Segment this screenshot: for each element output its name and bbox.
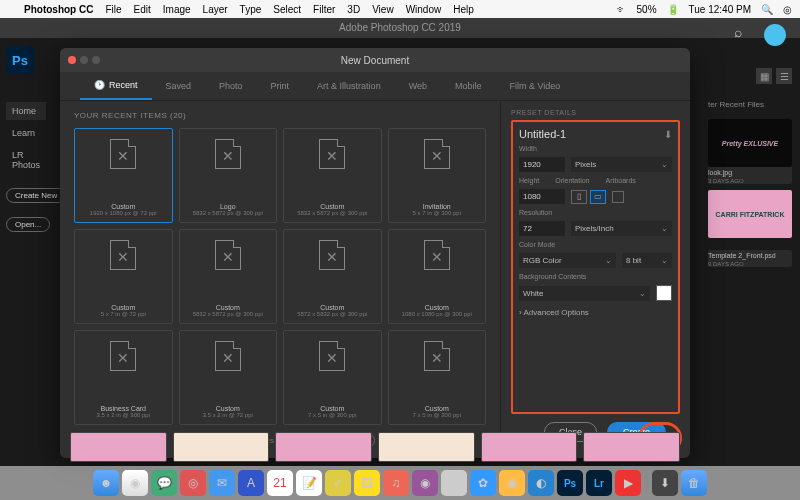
clock[interactable]: Tue 12:40 PM <box>689 4 751 15</box>
preset-item[interactable]: ✕Custom5832 x 5872 px @ 300 ppi <box>179 229 278 324</box>
tab-recent[interactable]: 🕑Recent <box>80 72 152 100</box>
recent-file[interactable]: CARRI FITZPATRICK <box>708 190 792 238</box>
nav-learn[interactable]: Learn <box>6 124 46 142</box>
downloads-icon[interactable]: ⬇ <box>652 470 678 496</box>
recent-file[interactable]: Pretty EXLUSIVE look.jpg 3 DAYS AGO <box>708 119 792 184</box>
bg-color-swatch[interactable] <box>656 285 672 301</box>
save-preset-icon[interactable]: ⬇ <box>664 129 672 140</box>
document-icon: ✕ <box>110 240 136 270</box>
menu-type[interactable]: Type <box>240 4 262 15</box>
color-mode-select[interactable]: RGB Color⌄ <box>519 253 616 268</box>
trash-icon[interactable]: 🗑 <box>681 470 707 496</box>
advanced-options-toggle[interactable]: › Advanced Options <box>519 308 672 317</box>
tab-saved[interactable]: Saved <box>152 72 206 100</box>
thumb[interactable] <box>70 432 167 462</box>
tab-photo[interactable]: Photo <box>205 72 257 100</box>
app-icon[interactable]: ◉ <box>499 470 525 496</box>
app-icon[interactable]: ▶ <box>615 470 641 496</box>
menu-filter[interactable]: Filter <box>313 4 335 15</box>
preview-icon[interactable]: 🖼 <box>354 470 380 496</box>
reminders-icon[interactable]: ✓ <box>325 470 351 496</box>
finder-icon[interactable]: ☻ <box>93 470 119 496</box>
safari-icon[interactable]: ◉ <box>122 470 148 496</box>
notes-icon[interactable]: 📝 <box>296 470 322 496</box>
resolution-input[interactable] <box>519 221 565 236</box>
preset-name-input[interactable]: Untitled-1 <box>519 128 566 140</box>
width-unit-select[interactable]: Pixels⌄ <box>571 157 672 172</box>
width-input[interactable] <box>519 157 565 172</box>
thumb[interactable] <box>583 432 680 462</box>
mail-icon[interactable]: ✉ <box>209 470 235 496</box>
thumb[interactable] <box>481 432 578 462</box>
close-window-icon[interactable] <box>68 56 76 64</box>
preset-dimensions: 7 x 5 in @ 300 ppi <box>413 412 461 418</box>
tab-art[interactable]: Art & Illustration <box>303 72 395 100</box>
wifi-icon[interactable]: ᯤ <box>617 4 627 15</box>
app-icon[interactable]: ◐ <box>528 470 554 496</box>
artboards-checkbox[interactable] <box>612 191 624 203</box>
preset-dimensions: 1080 x 1080 px @ 300 ppi <box>402 311 472 317</box>
preset-name: Custom <box>90 203 157 210</box>
preset-item[interactable]: ✕Custom5872 x 5832 px @ 300 ppi <box>283 229 382 324</box>
bg-contents-select[interactable]: White⌄ <box>519 286 650 301</box>
menu-image[interactable]: Image <box>163 4 191 15</box>
open-button[interactable]: Open... <box>6 217 50 232</box>
menu-window[interactable]: Window <box>406 4 442 15</box>
menu-view[interactable]: View <box>372 4 394 15</box>
thumb[interactable] <box>173 432 270 462</box>
app-menu[interactable]: Photoshop CC <box>24 4 93 15</box>
orientation-landscape[interactable]: ▭ <box>590 190 606 204</box>
menu-layer[interactable]: Layer <box>203 4 228 15</box>
preset-item[interactable]: ✕Custom1080 x 1080 px @ 300 ppi <box>388 229 487 324</box>
search-icon[interactable]: ⌕ <box>734 24 742 40</box>
minimize-window-icon[interactable] <box>80 56 88 64</box>
preset-item[interactable]: ✕Custom1920 x 1080 px @ 72 ppi <box>74 128 173 223</box>
photoshop-icon[interactable]: Ps <box>557 470 583 496</box>
thumb[interactable] <box>275 432 372 462</box>
appstore-icon[interactable]: A <box>238 470 264 496</box>
recent-file[interactable]: Template 2_Front.psd 9 DAYS AGO <box>708 250 792 267</box>
preset-item[interactable]: ✕Logo5832 x 5872 px @ 300 ppi <box>179 128 278 223</box>
document-icon: ✕ <box>319 341 345 371</box>
thumbnail-strip <box>60 432 690 462</box>
height-input[interactable] <box>519 189 565 204</box>
user-avatar[interactable] <box>764 24 786 46</box>
menu-edit[interactable]: Edit <box>134 4 151 15</box>
preset-item[interactable]: ✕Custom5 x 7 in @ 72 ppi <box>74 229 173 324</box>
tab-mobile[interactable]: Mobile <box>441 72 496 100</box>
tab-film[interactable]: Film & Video <box>496 72 575 100</box>
settings-icon[interactable]: ⚙ <box>441 470 467 496</box>
nav-home[interactable]: Home <box>6 102 46 120</box>
preset-name: Custom <box>297 203 367 210</box>
preset-item[interactable]: ✕Business Card3.5 x 2 in @ 300 ppi <box>74 330 173 425</box>
nav-lr-photos[interactable]: LR Photos <box>6 146 46 174</box>
preset-item[interactable]: ✕Custom7 x 5 in @ 300 ppi <box>283 330 382 425</box>
preset-item[interactable]: ✕Custom5832 x 5872 px @ 300 ppi <box>283 128 382 223</box>
bit-depth-select[interactable]: 8 bit⌄ <box>622 253 672 268</box>
menu-help[interactable]: Help <box>453 4 474 15</box>
tab-print[interactable]: Print <box>257 72 304 100</box>
lightroom-icon[interactable]: Lr <box>586 470 612 496</box>
siri-icon[interactable]: ◎ <box>783 4 792 15</box>
menu-file[interactable]: File <box>105 4 121 15</box>
calendar-icon[interactable]: 21 <box>267 470 293 496</box>
orientation-portrait[interactable]: ▯ <box>571 190 587 204</box>
messages-icon[interactable]: 💬 <box>151 470 177 496</box>
tab-web[interactable]: Web <box>395 72 441 100</box>
grid-view-icon[interactable]: ▦ <box>756 68 772 84</box>
preset-details-label: PRESET DETAILS <box>511 109 680 116</box>
preset-item[interactable]: ✕Custom7 x 5 in @ 300 ppi <box>388 330 487 425</box>
podcasts-icon[interactable]: ◉ <box>412 470 438 496</box>
siri-icon[interactable]: ◎ <box>180 470 206 496</box>
spotlight-icon[interactable]: 🔍 <box>761 4 773 15</box>
music-icon[interactable]: ♫ <box>383 470 409 496</box>
preset-item[interactable]: ✕Invitation5 x 7 in @ 300 ppi <box>388 128 487 223</box>
menu-select[interactable]: Select <box>273 4 301 15</box>
thumb[interactable] <box>378 432 475 462</box>
app-icon[interactable]: ✿ <box>470 470 496 496</box>
list-view-icon[interactable]: ☰ <box>776 68 792 84</box>
maximize-window-icon[interactable] <box>92 56 100 64</box>
resolution-unit-select[interactable]: Pixels/Inch⌄ <box>571 221 672 236</box>
preset-item[interactable]: ✕Custom3.5 x 2 in @ 72 ppi <box>179 330 278 425</box>
menu-3d[interactable]: 3D <box>347 4 360 15</box>
